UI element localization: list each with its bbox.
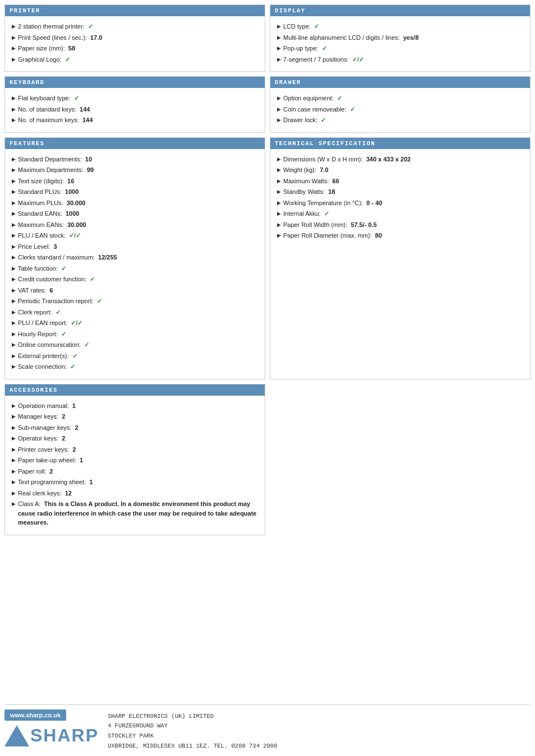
arrow-icon: ▶ (12, 23, 16, 31)
list-item: ▶ Price Level: 3 (12, 242, 260, 252)
address-line1: SHARP ELECTRONICS (UK) LIMITED (108, 712, 277, 722)
list-item: ▶ No. of maximum keys: 144 (12, 115, 260, 125)
arrow-icon: ▶ (12, 341, 16, 349)
arrow-icon: ▶ (12, 106, 16, 114)
arrow-icon: ▶ (12, 500, 16, 508)
list-item: ▶ Text size (digits): 16 (12, 177, 260, 186)
arrow-icon: ▶ (12, 353, 16, 360)
arrow-icon: ▶ (12, 254, 16, 262)
features-header: FEATURES (5, 138, 265, 149)
list-item: ▶ Maximum Watts: 66 (277, 177, 525, 186)
arrow-icon: ▶ (12, 221, 16, 229)
list-item: ▶ Paper Roll Diameter (max. mm): 80 (277, 231, 525, 240)
list-item: ▶ Table function: ✓ (12, 264, 260, 273)
list-item: ▶ Text programming sheet: 1 (12, 477, 260, 487)
arrow-icon: ▶ (12, 446, 16, 454)
arrow-icon: ▶ (12, 156, 16, 164)
list-item: ▶ Paper roll: 2 (12, 467, 260, 476)
list-item: ▶ Multi-line alphanumeric LCD / digits /… (277, 33, 525, 43)
list-item: ▶ Print Speed (lines / sec.): 17.0 (12, 33, 260, 43)
list-item: ▶ Flat keyboard type: ✓ (12, 94, 260, 103)
list-item: ▶ Weight (kg): 7.0 (277, 165, 525, 175)
list-item: ▶ Periodic Transaction report: ✓ (12, 296, 260, 306)
arrow-icon: ▶ (12, 178, 16, 185)
list-item: ▶ Paper size (mm): 58 (12, 44, 260, 53)
arrow-icon: ▶ (12, 95, 16, 103)
features-body: ▶ Standard Departments: 10 ▶ Maximum Dep… (5, 149, 265, 379)
arrow-icon: ▶ (12, 468, 16, 476)
list-item: ▶ Standby Watts: 18 (277, 187, 525, 197)
drawer-body: ▶ Option equipment: ✓ ▶ Coin case remove… (270, 88, 530, 132)
list-item: ▶ Maximum PLUs: 30.000 (12, 198, 260, 208)
printer-body: ▶ 2 station thermal printer: ✓ ▶ Print S… (5, 16, 265, 71)
arrow-icon: ▶ (277, 156, 281, 164)
list-item: ▶ Credit customer function: ✓ (12, 275, 260, 284)
list-item: ▶ Maximum EANs: 30.000 (12, 220, 260, 230)
arrow-icon: ▶ (12, 319, 16, 327)
drawer-section: DRAWER ▶ Option equipment: ✓ ▶ Coin case… (270, 76, 531, 133)
arrow-icon: ▶ (277, 117, 281, 124)
arrow-icon: ▶ (277, 166, 281, 174)
arrow-icon: ▶ (12, 232, 16, 240)
list-item: ▶ Dimensions (W x D x H mm): 340 x 433 x… (277, 155, 525, 164)
arrow-icon: ▶ (12, 188, 16, 196)
address-line3: STOCKLEY PARK (108, 731, 277, 741)
arrow-icon: ▶ (12, 117, 16, 124)
accessories-header: ACCESSORIES (5, 384, 265, 396)
list-item: ▶ Operation manual: 1 (12, 401, 260, 411)
arrow-icon: ▶ (277, 56, 281, 64)
arrow-icon: ▶ (277, 45, 281, 53)
list-item: ▶ No. of standard keys: 144 (12, 105, 260, 114)
list-item: ▶ Real clerk keys: 12 (12, 489, 260, 498)
list-item: ▶ VAT rates: 6 (12, 286, 260, 295)
arrow-icon: ▶ (277, 232, 281, 240)
keyboard-header: KEYBOARD (5, 77, 265, 88)
technical-body: ▶ Dimensions (W x D x H mm): 340 x 433 x… (270, 149, 530, 248)
list-item: ▶ 2 station thermal printer: ✓ (12, 22, 260, 31)
arrow-icon: ▶ (12, 363, 16, 371)
display-header: DISPLAY (270, 5, 530, 16)
arrow-icon: ▶ (12, 331, 16, 338)
arrow-icon: ▶ (277, 106, 281, 114)
printer-section: PRINTER ▶ 2 station thermal printer: ✓ ▶… (4, 4, 265, 72)
address-line2: 4 FURZEGROUND WAY (108, 721, 277, 731)
list-item: ▶ Printer cover keys: 2 (12, 445, 260, 454)
list-item: ▶ Option equipment: ✓ (277, 94, 525, 103)
list-item: ▶ Coin case removeable: ✓ (277, 105, 525, 114)
sharp-logo: SHARP (4, 725, 99, 746)
list-item: ▶ Operator keys: 2 (12, 434, 260, 443)
arrow-icon: ▶ (12, 56, 16, 64)
arrow-icon: ▶ (12, 287, 16, 295)
arrow-icon: ▶ (12, 243, 16, 251)
website-link[interactable]: www.sharp.co.uk (4, 709, 66, 721)
sharp-triangle-icon (4, 725, 29, 746)
page: PRINTER ▶ 2 station thermal printer: ✓ ▶… (0, 0, 535, 756)
footer-logo-area: www.sharp.co.uk SHARP (4, 709, 99, 746)
list-item: ▶ Maximum Departments: 99 (12, 165, 260, 175)
features-section: FEATURES ▶ Standard Departments: 10 ▶ Ma… (4, 137, 265, 379)
arrow-icon: ▶ (12, 34, 16, 42)
arrow-icon: ▶ (12, 166, 16, 174)
list-item: ▶ Clerk report: ✓ (12, 308, 260, 317)
arrow-icon: ▶ (12, 435, 16, 443)
arrow-icon: ▶ (12, 413, 16, 421)
arrow-icon: ▶ (277, 200, 281, 207)
arrow-icon: ▶ (12, 479, 16, 486)
arrow-icon: ▶ (12, 424, 16, 432)
technical-header: TECHNICAL SPECIFICATION (270, 138, 530, 149)
arrow-icon: ▶ (277, 178, 281, 185)
display-section: DISPLAY ▶ LCD type: ✓ ▶ Multi-line alpha… (270, 4, 531, 72)
footer-address: SHARP ELECTRONICS (UK) LIMITED 4 FURZEGR… (108, 712, 277, 752)
sharp-logo-text: SHARP (30, 725, 99, 746)
arrow-icon: ▶ (12, 490, 16, 498)
list-item: ▶ LCD type: ✓ (277, 22, 525, 31)
list-item: ▶ Clerks standard / maximum: 12/255 (12, 253, 260, 262)
list-item: ▶ PLU / EAN stock: ✓/✓ (12, 231, 260, 240)
footer: www.sharp.co.uk SHARP SHARP ELECTRONICS … (4, 704, 531, 752)
list-item: ▶ Class A: This is a Class A product. In… (12, 499, 260, 527)
list-item: ▶ Graphical Logo: ✓ (12, 55, 260, 64)
drawer-header: DRAWER (270, 77, 530, 88)
list-item: ▶ Pop-up type: ✓ (277, 44, 525, 53)
accessories-body: ▶ Operation manual: 1 ▶ Manager keys: 2 … (5, 396, 265, 535)
keyboard-section: KEYBOARD ▶ Flat keyboard type: ✓ ▶ No. o… (4, 76, 265, 133)
